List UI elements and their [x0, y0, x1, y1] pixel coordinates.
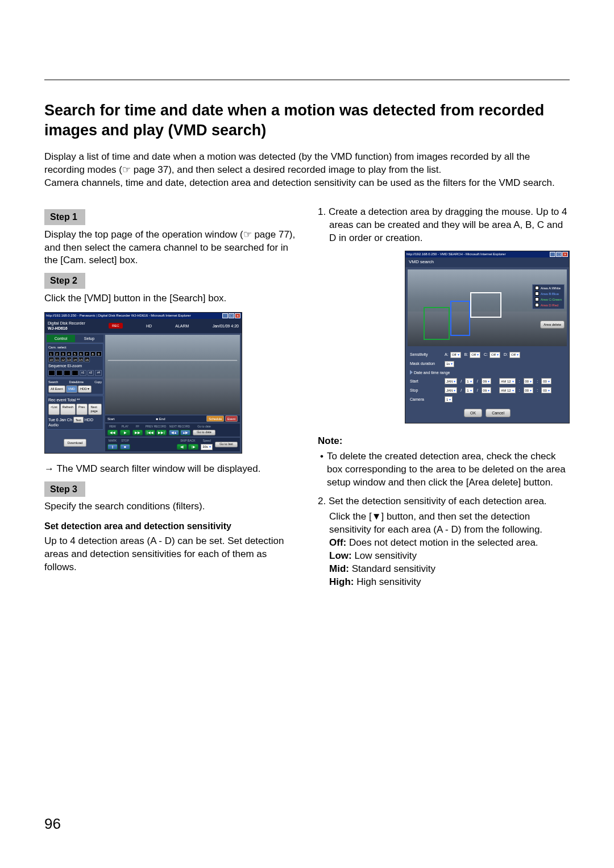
- sens-b-select[interactable]: Off▾: [470, 352, 480, 358]
- page-number: 96: [44, 814, 61, 834]
- brand-model: WJ-HD616: [48, 326, 85, 331]
- camera-select[interactable]: 1▾: [445, 396, 453, 402]
- r-item-2: 2. Set the detection sensitivity of each…: [318, 495, 570, 589]
- text-button[interactable]: Text: [73, 417, 84, 423]
- rew-button[interactable]: ◀◀: [107, 430, 118, 435]
- multi-1[interactable]: [48, 370, 55, 376]
- detection-area-a[interactable]: [470, 292, 501, 318]
- speed-select[interactable]: 30s▾: [201, 444, 213, 450]
- detection-area-b[interactable]: [450, 301, 470, 336]
- min-icon[interactable]: _: [222, 313, 228, 318]
- sens-a-select[interactable]: Off▾: [450, 352, 461, 358]
- min-icon[interactable]: _: [550, 252, 555, 257]
- hd-indicator: HD: [146, 323, 152, 329]
- list-button[interactable]: <List: [48, 404, 60, 415]
- step1-head: Step 1: [44, 209, 85, 225]
- area-a-checkbox[interactable]: [535, 286, 539, 290]
- area-delete-button[interactable]: Area delete: [540, 321, 565, 329]
- multi-4[interactable]: [56, 370, 63, 376]
- stop-button[interactable]: ■: [120, 444, 130, 450]
- ie-title-bar: http://192.168.0.250 - Panasonic | Digit…: [45, 313, 242, 319]
- tab-control[interactable]: Control: [47, 335, 75, 342]
- start-min[interactable]: 00▾: [524, 378, 534, 384]
- stop-day[interactable]: 1▾: [465, 387, 473, 393]
- area-legend: Area A:White Area B:Blue Area C:Green Ar…: [532, 284, 565, 309]
- gotodate-button[interactable]: Go to date: [193, 430, 215, 435]
- cancel-button[interactable]: Cancel: [486, 409, 511, 417]
- tab-setup[interactable]: Setup: [75, 335, 103, 342]
- event-indicator: Event: [225, 416, 238, 422]
- subhead-detection: Set detection area and detection sensiti…: [44, 520, 296, 533]
- rec-indicator: REC: [109, 323, 123, 329]
- end-label: ■ End: [156, 417, 165, 421]
- nextrec-button[interactable]: ▶▶|: [156, 430, 167, 435]
- close-icon[interactable]: ×: [235, 313, 240, 318]
- right-column: 1. Create a detection area by dragging t…: [318, 206, 570, 589]
- download-button[interactable]: Download: [64, 439, 87, 447]
- op-sidebar: Control Setup Cam. select 12345678910111…: [47, 335, 103, 451]
- vmd-title: VMD search: [405, 258, 569, 267]
- multi-9[interactable]: [64, 370, 70, 376]
- note-title: Note:: [318, 435, 570, 448]
- skipback-button[interactable]: ◀|: [177, 444, 187, 450]
- all-event-button[interactable]: All Event: [48, 385, 65, 392]
- start-hour[interactable]: AM 12▾: [499, 378, 515, 384]
- vmd-button[interactable]: VMD: [66, 385, 77, 392]
- start-month[interactable]: JAN▾: [445, 378, 457, 384]
- step2-head: Step 2: [44, 273, 85, 289]
- play-button[interactable]: ▶: [120, 430, 130, 435]
- stop-year[interactable]: 09▾: [482, 387, 492, 393]
- intro-paragraph: Display a list of time and date when a m…: [44, 151, 570, 190]
- total-label: Total **: [67, 398, 80, 402]
- note-bullet: To delete the created detection area, ch…: [327, 450, 570, 489]
- camera-label: Camera: [410, 397, 441, 402]
- sensitivity-label: Sensitivity: [410, 352, 441, 357]
- prevmark-button[interactable]: ◀▲: [169, 430, 179, 435]
- sens-c-select[interactable]: Off▾: [489, 352, 500, 358]
- prev-button[interactable]: Prev.: [76, 404, 88, 415]
- zoom-x2[interactable]: x2: [88, 370, 94, 376]
- subbody-detection: Up to 4 detection areas (A - D) can be s…: [44, 535, 296, 574]
- start-year[interactable]: 09▾: [482, 378, 492, 384]
- max-icon[interactable]: □: [229, 313, 234, 318]
- max-icon[interactable]: □: [556, 252, 562, 257]
- area-b-checkbox[interactable]: [535, 292, 539, 296]
- date-range-section: Date and time range: [410, 370, 565, 375]
- detection-area-c[interactable]: [424, 307, 450, 340]
- stop-min[interactable]: 00▾: [524, 387, 534, 393]
- zoom-x4[interactable]: x4: [95, 370, 102, 376]
- area-c-checkbox[interactable]: [535, 297, 539, 301]
- ok-button[interactable]: OK: [464, 409, 482, 417]
- stop-month[interactable]: JAN▾: [445, 387, 457, 393]
- bullet-icon: •: [320, 450, 323, 489]
- stop-sec[interactable]: 00▾: [541, 387, 551, 393]
- r-item-1: 1. Create a detection area by dragging t…: [318, 206, 570, 245]
- refresh-button[interactable]: Refresh: [60, 404, 76, 415]
- nextmark-button[interactable]: ▲▶: [180, 430, 190, 435]
- ff-button[interactable]: ▶▶: [132, 430, 143, 435]
- sens-d-select[interactable]: Off▾: [509, 352, 520, 358]
- multi-16[interactable]: [72, 370, 78, 376]
- op-header-bar: Digital Disk Recorder WJ-HD616 REC HD AL…: [45, 319, 242, 333]
- nextpage-button[interactable]: Next page: [88, 404, 102, 415]
- hdd-select[interactable]: HDD ▾: [78, 385, 92, 392]
- skipfwd-button[interactable]: |▶: [188, 444, 198, 450]
- search-label: Search: [48, 380, 58, 384]
- start-sec[interactable]: 00▾: [541, 378, 551, 384]
- mask-select[interactable]: 1s▾: [445, 361, 454, 367]
- stop-label: Stop: [410, 388, 441, 393]
- zoom-x1[interactable]: x1: [80, 370, 86, 376]
- prevrec-button[interactable]: |◀◀: [145, 430, 155, 435]
- step3-head: Step 3: [44, 481, 85, 497]
- datetime-label: Date&time: [69, 380, 84, 384]
- area-d-checkbox[interactable]: [535, 303, 539, 307]
- brand-top: Digital Disk Recorder: [48, 321, 85, 326]
- alarm-indicator: ALARM: [175, 323, 189, 329]
- start-label: Start: [410, 379, 441, 384]
- golast-button[interactable]: Go to last: [215, 442, 238, 447]
- mark-button[interactable]: ||: [107, 444, 118, 450]
- close-icon[interactable]: ×: [562, 252, 568, 257]
- start-day[interactable]: 1▾: [465, 378, 473, 384]
- left-column: Step 1 Display the top page of the opera…: [44, 206, 296, 589]
- stop-hour[interactable]: AM 12▾: [499, 387, 515, 393]
